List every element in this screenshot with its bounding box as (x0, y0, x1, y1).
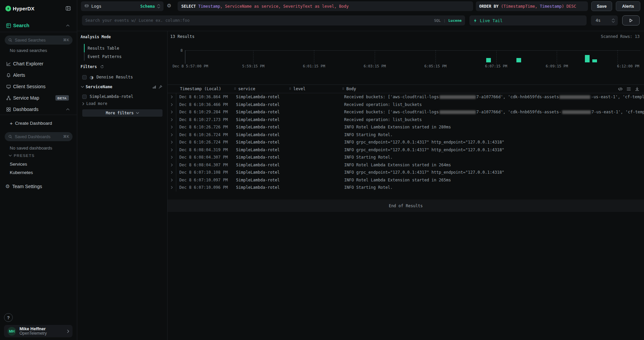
sidebar-item-alerts[interactable]: Alerts (0, 69, 77, 81)
expand-row-icon[interactable] (168, 184, 176, 191)
expand-row-icon[interactable] (168, 169, 176, 176)
log-row[interactable]: Dec 8 6:10:36.466 PMSimpleLambda-rotelRe… (168, 101, 644, 109)
column-header-body[interactable]: ⠿Body (341, 87, 644, 91)
expand-row-icon[interactable] (168, 108, 176, 116)
expand-row-icon[interactable] (168, 131, 176, 139)
cell-service: SimpleLambda-rotel (233, 169, 288, 176)
no-saved-dashboards-text: No saved dashboards (0, 145, 77, 151)
sidebar-item-label: Dashboards (13, 107, 39, 112)
more-filters-button[interactable]: More filters (82, 109, 163, 117)
toolbar-divider (77, 31, 644, 31)
preset-item-services[interactable]: Services (0, 161, 77, 167)
column-header-timestamp[interactable]: Timestamp (Local) (176, 87, 233, 91)
cell-service: SimpleLambda-rotel (233, 184, 288, 191)
drag-handle-icon[interactable]: ⠿ (342, 87, 344, 91)
shortcut-badge: ⌘K (63, 38, 69, 42)
expand-row-icon[interactable] (168, 161, 176, 169)
log-row[interactable]: Dec 8 6:10:29.284 PMSimpleLambda-rotelRe… (168, 108, 644, 116)
log-row[interactable]: Dec 8 6:10:27.173 PMSimpleLambda-rotelRe… (168, 116, 644, 124)
column-header-service[interactable]: ⠿service (233, 87, 288, 91)
play-button[interactable] (622, 15, 640, 25)
drag-handle-icon[interactable]: ⠿ (234, 87, 236, 91)
cell-body: Received buckets: ['aws-cloudtrail-logs7… (341, 108, 644, 116)
chevron-right-icon (67, 330, 69, 333)
sidebar-item-chart-explorer[interactable]: Chart Explorer (0, 58, 77, 69)
log-row[interactable]: Dec 8 6:10:26.726 PMSimpleLambda-rotelIN… (168, 123, 644, 131)
gridline (314, 50, 314, 64)
preset-item-kubernetes[interactable]: Kubernetes (0, 169, 77, 176)
lucene-mode-toggle[interactable]: Lucene (448, 18, 462, 23)
load-more-button[interactable]: Load more (82, 100, 107, 107)
log-row[interactable]: Dec 8 6:10:36.864 PMSimpleLambda-rotelRe… (168, 93, 644, 101)
pin-icon[interactable] (158, 85, 163, 89)
search-input[interactable] (85, 18, 431, 23)
expand-row-icon[interactable] (168, 123, 176, 131)
chart-facet-icon[interactable] (152, 85, 156, 89)
beta-badge: BETA (55, 95, 69, 101)
live-tail-button[interactable]: Live Tail (469, 15, 587, 25)
log-row[interactable]: Dec 8 6:07:10.097 PMSimpleLambda-rotelIN… (168, 176, 644, 184)
source-settings-gear-icon[interactable]: ⚙ (167, 3, 171, 9)
x-axis-tick-label: 6:03:15 PM (364, 64, 386, 68)
cell-service: SimpleLambda-rotel (233, 131, 288, 139)
sidebar-item-team-settings[interactable]: ⚙ Team Settings (0, 182, 77, 191)
drag-handle-icon[interactable]: ⠿ (289, 87, 291, 91)
filter-value-label[interactable]: SimpleLambda-rotel (90, 94, 133, 99)
refresh-icon[interactable] (100, 65, 104, 69)
order-by-text: ORDER BY (TimestampTime, Timestamp) DESC (479, 4, 576, 9)
row-density-icon[interactable] (626, 87, 631, 92)
order-by-editor[interactable]: ORDER BY (TimestampTime, Timestamp) DESC (476, 1, 588, 11)
saved-dashboards-input[interactable] (15, 134, 61, 139)
presets-label: PRESETS (14, 154, 35, 158)
collapse-sidebar-icon[interactable] (65, 6, 71, 11)
presets-group[interactable]: PRESETS (0, 153, 77, 159)
chevron-up-icon[interactable] (66, 24, 70, 26)
sidebar-item-search[interactable]: Search (0, 21, 77, 30)
expand-row-icon[interactable] (168, 116, 176, 124)
denoise-checkbox[interactable] (82, 75, 87, 79)
save-button[interactable]: Save (591, 1, 612, 11)
log-row[interactable]: Dec 8 6:10:26.724 PMSimpleLambda-rotelIN… (168, 138, 644, 146)
mode-event-patterns[interactable]: Event Patterns (84, 52, 161, 61)
expand-row-icon[interactable] (168, 154, 176, 161)
source-select[interactable]: Logs Schema (81, 1, 164, 11)
expand-row-icon[interactable] (168, 101, 176, 109)
create-dashboard-button[interactable]: + Create Dashboard (0, 118, 77, 128)
help-button[interactable]: ? (4, 313, 13, 322)
expand-row-icon[interactable] (168, 146, 176, 154)
logo-row[interactable]: HyperDX (0, 3, 77, 14)
column-header-level[interactable]: ⠿level (288, 87, 341, 91)
expand-row-icon[interactable] (168, 176, 176, 184)
more-filters-label: More filters (106, 111, 134, 115)
x-axis-tick-label: 6:07:15 PM (485, 64, 507, 68)
refresh-interval-select[interactable]: 4s (591, 15, 618, 25)
code-view-icon[interactable] (618, 87, 623, 92)
expand-row-icon[interactable] (168, 93, 176, 101)
schema-link[interactable]: Schema (140, 4, 155, 9)
sidebar-item-service-map[interactable]: Service Map BETA (0, 92, 77, 104)
log-row[interactable]: Dec 8 6:07:10.108 PMSimpleLambda-rotelIN… (168, 169, 644, 176)
chevron-up-icon[interactable] (66, 108, 70, 110)
saved-searches-input[interactable] (15, 38, 61, 43)
select-query-editor[interactable]: SELECT Timestamp, ServiceName as service… (178, 1, 473, 11)
download-icon[interactable] (635, 87, 640, 92)
mode-results-table[interactable]: Results Table (84, 44, 161, 52)
expand-row-icon[interactable] (168, 138, 176, 146)
filter-group-servicename[interactable]: ServiceName (81, 83, 163, 90)
log-row[interactable]: Dec 8 6:08:04.307 PMSimpleLambda-rotelIN… (168, 161, 644, 169)
user-card[interactable]: MH Mike Heffner OpenTelemetry (4, 325, 73, 337)
log-row[interactable]: Dec 8 6:10:26.724 PMSimpleLambda-rotelIN… (168, 131, 644, 139)
alerts-button[interactable]: Alerts (616, 1, 640, 11)
service-checkbox[interactable] (82, 95, 87, 99)
end-of-results-banner: End of Results (168, 200, 644, 212)
sidebar-item-dashboards[interactable]: Dashboards (0, 104, 77, 115)
cell-timestamp: Dec 8 6:10:26.724 PM (176, 131, 233, 139)
database-icon (84, 4, 89, 9)
sql-mode-toggle[interactable]: SQL (434, 18, 441, 23)
sidebar-item-client-sessions[interactable]: Client Sessions (0, 81, 77, 92)
log-row[interactable]: Dec 8 6:07:10.096 PMSimpleLambda-rotelIN… (168, 184, 644, 191)
divider (0, 115, 77, 115)
cell-timestamp: Dec 8 6:10:27.173 PM (176, 116, 233, 124)
log-row[interactable]: Dec 8 6:08:04.307 PMSimpleLambda-rotelIN… (168, 154, 644, 161)
log-row[interactable]: Dec 8 6:08:04.319 PMSimpleLambda-rotelIN… (168, 146, 644, 154)
